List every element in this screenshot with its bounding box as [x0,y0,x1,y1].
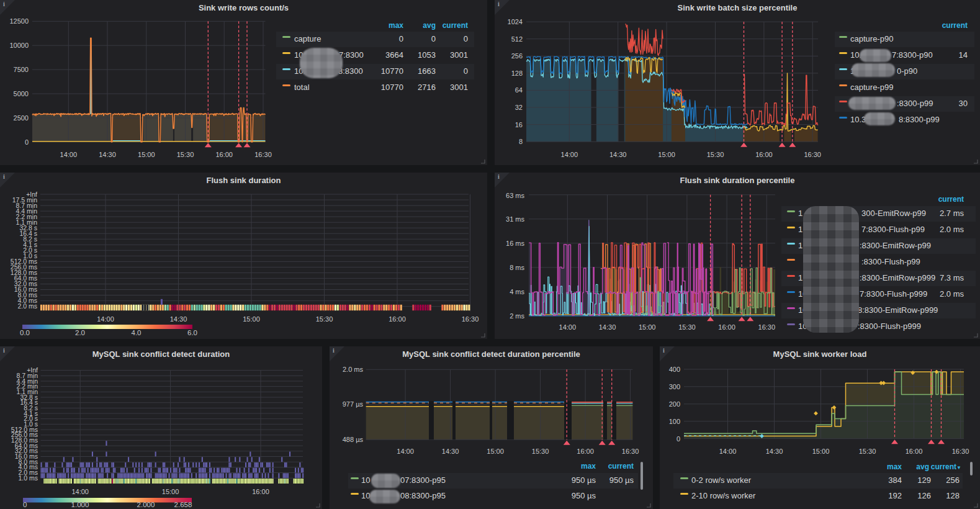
svg-text:2.0 ms: 2.0 ms [17,302,37,310]
svg-text:2.000: 2.000 [137,501,155,508]
svg-text:0: 0 [23,501,27,508]
svg-text:14:30: 14:30 [609,151,627,158]
svg-text:16:30: 16:30 [804,151,821,158]
svg-text:4.0: 4.0 [132,329,142,336]
svg-text:6.0: 6.0 [187,329,197,336]
svg-text:12500: 12500 [9,17,29,25]
svg-text:2500: 2500 [14,114,29,122]
svg-text:16:30: 16:30 [952,448,969,455]
svg-text:2.0 ms: 2.0 ms [343,366,364,373]
svg-text:16:00: 16:00 [718,323,735,331]
svg-text:15:00: 15:00 [487,448,504,455]
svg-text:15:00: 15:00 [162,488,179,495]
svg-text:16:30: 16:30 [254,151,272,158]
svg-text:0: 0 [677,435,680,443]
svg-text:256: 256 [511,52,523,60]
svg-text:14:00: 14:00 [97,315,114,323]
svg-text:1.0 ms: 1.0 ms [18,474,38,482]
svg-text:15:00: 15:00 [812,448,830,455]
svg-text:0: 0 [25,138,29,146]
svg-text:15:30: 15:30 [177,151,194,158]
svg-text:15:30: 15:30 [859,448,876,455]
svg-text:14:30: 14:30 [599,323,616,331]
svg-text:14:30: 14:30 [99,151,116,158]
svg-text:14:00: 14:00 [71,488,89,495]
svg-text:128: 128 [511,70,523,77]
svg-text:16:30: 16:30 [462,315,479,323]
svg-text:8 ms: 8 ms [510,264,524,271]
svg-text:8: 8 [519,138,523,145]
svg-text:16:30: 16:30 [622,448,639,455]
svg-text:14:00: 14:00 [397,448,414,455]
svg-text:14:00: 14:00 [719,448,737,455]
svg-text:14:30: 14:30 [442,448,459,455]
svg-text:14:30: 14:30 [170,315,187,323]
svg-text:64: 64 [515,86,523,94]
svg-text:15:30: 15:30 [707,151,724,158]
svg-text:16:00: 16:00 [215,151,233,158]
svg-text:7500: 7500 [14,66,29,73]
svg-text:2.658: 2.658 [174,501,192,508]
svg-text:10000: 10000 [9,42,29,49]
svg-text:200: 200 [669,400,680,408]
svg-text:2.0: 2.0 [75,329,85,336]
svg-text:14:00: 14:00 [60,151,78,158]
svg-text:1.000: 1.000 [71,501,89,508]
svg-text:0.0: 0.0 [20,329,30,336]
svg-text:15:30: 15:30 [532,448,549,455]
svg-text:2 ms: 2 ms [510,312,524,320]
svg-text:16:00: 16:00 [906,448,923,455]
svg-text:14:30: 14:30 [766,448,783,455]
svg-text:16: 16 [515,121,523,128]
svg-text:512: 512 [511,35,523,43]
svg-text:1024: 1024 [508,18,523,25]
svg-text:400: 400 [669,366,680,373]
svg-text:4 ms: 4 ms [510,288,524,295]
svg-text:14:00: 14:00 [561,151,578,158]
svg-text:16:00: 16:00 [755,151,773,158]
svg-text:15:30: 15:30 [316,315,333,323]
svg-text:16:00: 16:00 [252,488,269,495]
svg-text:16:30: 16:30 [758,323,776,331]
svg-text:5000: 5000 [14,90,29,97]
svg-text:14:00: 14:00 [559,323,577,331]
svg-text:100: 100 [669,418,680,425]
svg-text:15:00: 15:00 [658,151,675,158]
svg-text:16 ms: 16 ms [506,240,524,247]
svg-text:15:30: 15:30 [678,323,696,331]
svg-text:15:00: 15:00 [138,151,155,158]
svg-text:488 µs: 488 µs [343,436,364,443]
svg-text:16:00: 16:00 [577,448,594,455]
svg-text:15:00: 15:00 [243,315,260,323]
svg-text:15:00: 15:00 [639,323,656,331]
svg-text:300: 300 [669,383,680,390]
svg-text:32: 32 [515,104,523,111]
svg-text:16:00: 16:00 [389,315,406,323]
svg-text:31 ms: 31 ms [506,215,524,223]
svg-text:977 µs: 977 µs [343,400,364,408]
svg-text:63 ms: 63 ms [506,192,524,199]
